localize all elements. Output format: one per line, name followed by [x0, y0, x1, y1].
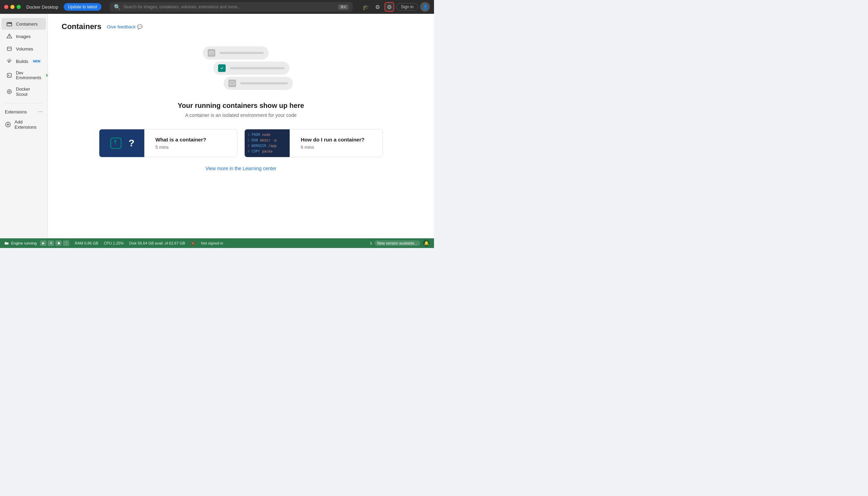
sidebar-item-docker-scout[interactable]: Docker Scout — [1, 84, 46, 100]
notification-off-icon: 🔕 — [191, 241, 196, 246]
new-version-badge: New version available... — [374, 240, 420, 246]
info-icon: ℹ — [370, 241, 372, 246]
engine-status-label: Engine running — [11, 241, 37, 245]
learn-card-what-is-container[interactable]: ? What is a container? 5 mins — [99, 129, 237, 157]
app-title: Docker Desktop — [26, 4, 58, 10]
card-icon-2 — [218, 64, 226, 72]
svg-point-11 — [7, 90, 11, 94]
empty-state: Your running containers show up here A c… — [62, 39, 420, 182]
add-extensions-label: Add Extensions — [15, 119, 43, 130]
card-line-2 — [230, 67, 284, 69]
learn-cards: ? What is a container? 5 mins 1 FROM nod… — [99, 129, 383, 157]
engine-pause-btn[interactable]: ⏸ — [48, 240, 54, 246]
container-illustration — [192, 46, 289, 95]
update-button[interactable]: Update to latest — [64, 3, 101, 11]
learn-card-title-2: How do I run a container? — [301, 137, 364, 143]
sidebar-item-volumes[interactable]: Volumes — [1, 43, 46, 55]
search-bar: 🔍 ⌘K — [110, 2, 353, 12]
svg-rect-23 — [5, 242, 6, 243]
illustration-card-3 — [224, 77, 293, 90]
card-line-3 — [240, 82, 288, 84]
learn-card-info-1: What is a container? 5 mins — [150, 132, 212, 154]
add-extensions-item[interactable]: Add Extensions — [0, 117, 47, 132]
svg-rect-19 — [230, 82, 234, 85]
cpu-stat: CPU 1.25% — [104, 241, 124, 246]
engine-running: Engine running ▶ ⏸ ⏹ ⋮ — [4, 240, 69, 246]
docker-whale-icon — [4, 241, 9, 246]
sidebar-label-builds: Builds — [16, 59, 28, 64]
content-area: Containers Give feedback 💬 — [48, 14, 434, 238]
sign-in-button[interactable]: Sign in — [396, 3, 418, 11]
settings-icon-active[interactable]: ⚙ — [385, 2, 394, 12]
notification-button[interactable]: 🔔 — [423, 240, 430, 247]
empty-state-subtitle: A container is an isolated environment f… — [185, 112, 297, 118]
learn-card-info-2: How do I run a container? 6 mins — [295, 132, 370, 154]
add-icon — [5, 121, 11, 128]
traffic-lights — [4, 5, 21, 9]
sidebar: Containers Images Volumes — [0, 14, 48, 238]
sidebar-label-docker-scout: Docker Scout — [16, 86, 41, 97]
sidebar-label-dev-environments: Dev Environments — [16, 71, 41, 80]
sidebar-item-builds[interactable]: Builds NEW — [1, 55, 46, 67]
learn-card-time-1: 5 mins — [155, 145, 206, 150]
avatar[interactable]: 👤 — [420, 2, 430, 12]
sidebar-item-images[interactable]: Images — [1, 30, 46, 42]
give-feedback-link[interactable]: Give feedback 💬 — [107, 24, 143, 29]
maximize-button[interactable] — [17, 5, 21, 9]
status-stats: RAM 0.86 GB CPU 1.25% Disk 56.64 GB avai… — [75, 241, 365, 246]
sidebar-label-volumes: Volumes — [16, 46, 33, 52]
view-more-learning-link[interactable]: View more in the Learning center — [205, 166, 276, 171]
svg-rect-16 — [209, 52, 214, 54]
svg-rect-20 — [111, 138, 121, 148]
learn-icon[interactable]: 🎓 — [361, 2, 371, 12]
statusbar-right: ℹ New version available... 🔔 — [370, 240, 430, 247]
engine-stop-btn[interactable]: ⏹ — [55, 240, 62, 246]
page-header: Containers Give feedback 💬 — [62, 22, 420, 31]
card-icon-3 — [228, 80, 236, 87]
builds-new-badge: NEW — [31, 59, 42, 63]
illustration-card-2 — [213, 62, 289, 75]
feedback-icon: 💬 — [137, 24, 143, 29]
code-line-2: 2 RUN mkdir -p — [247, 138, 287, 143]
ram-stat: RAM 0.86 GB — [75, 241, 98, 246]
containers-icon — [6, 21, 12, 27]
engine-controls: ▶ ⏸ ⏹ ⋮ — [40, 240, 69, 246]
volumes-icon — [6, 46, 12, 52]
search-input[interactable] — [124, 4, 335, 9]
titlebar: Docker Desktop Update to latest 🔍 ⌘K 🎓 ⚙… — [0, 0, 434, 14]
engine-play-btn[interactable]: ▶ — [40, 240, 46, 246]
builds-icon — [6, 58, 12, 64]
main-layout: Containers Images Volumes — [0, 14, 434, 238]
svg-rect-22 — [4, 242, 9, 245]
illustration-card-1 — [203, 46, 269, 59]
svg-point-8 — [9, 61, 10, 62]
svg-point-4 — [9, 37, 10, 37]
svg-rect-6 — [7, 47, 11, 50]
titlebar-actions: 🎓 ⚙ ⚙ Sign in 👤 — [361, 2, 430, 12]
container-question-icon: ? — [109, 135, 134, 152]
statusbar: Engine running ▶ ⏸ ⏹ ⋮ RAM 0.86 GB CPU 1… — [0, 238, 434, 248]
extensions-more-icon[interactable]: ⋯ — [38, 109, 43, 114]
code-line-4: 4 COPY packa — [247, 149, 287, 154]
settings-icon-inactive[interactable]: ⚙ — [373, 2, 382, 12]
engine-menu-btn[interactable]: ⋮ — [63, 240, 69, 246]
docker-scout-icon — [6, 89, 12, 95]
feedback-label: Give feedback — [107, 24, 136, 29]
sidebar-item-dev-environments[interactable]: Dev Environments BETA — [1, 68, 46, 83]
learn-card-thumb-2: 1 FROM node 2 RUN mkdir -p 3 WORKDIR /ap… — [245, 129, 290, 157]
code-line-3: 3 WORKDIR /app — [247, 143, 287, 149]
sidebar-label-images: Images — [16, 34, 31, 39]
svg-point-12 — [9, 91, 10, 92]
svg-point-2 — [8, 23, 8, 24]
learn-card-run-container[interactable]: 1 FROM node 2 RUN mkdir -p 3 WORKDIR /ap… — [244, 129, 383, 157]
images-icon — [6, 33, 12, 39]
minimize-button[interactable] — [10, 5, 15, 9]
close-button[interactable] — [4, 5, 8, 9]
sidebar-label-containers: Containers — [16, 21, 38, 27]
extensions-label: Extensions — [5, 109, 27, 114]
keyboard-shortcut: ⌘K — [338, 4, 349, 10]
card-icon-1 — [208, 49, 215, 57]
dev-environments-icon — [6, 72, 12, 79]
sidebar-item-containers[interactable]: Containers — [1, 18, 46, 30]
page-title: Containers — [62, 22, 101, 31]
